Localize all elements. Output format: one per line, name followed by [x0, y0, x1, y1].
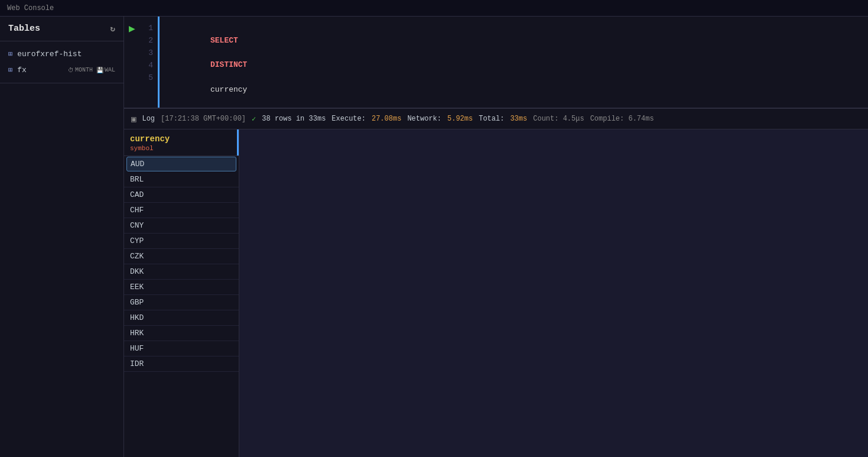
title-bar: Web Console — [0, 0, 868, 17]
list-item[interactable]: CYP — [124, 234, 239, 249]
list-item[interactable]: IDR — [124, 356, 239, 372]
code-line-5 — [164, 72, 863, 85]
table-name-fx: fx — [17, 66, 27, 74]
log-total-val: 33ms — [510, 115, 527, 123]
column-results: currency symbol AUDBRLCADCHFCNYCYPCZKDKK… — [124, 129, 239, 457]
main-layout: Tables ↻ ⊞ eurofxref-hist ⊞ fx ⏱ MONTH — [0, 17, 868, 457]
kw-distinct: DISTINCT — [210, 60, 247, 69]
list-item[interactable]: CHF — [124, 203, 239, 218]
tables-header: Tables ↻ — [0, 17, 123, 41]
log-execute-val: 27.08ms — [372, 115, 401, 123]
table-icon-fx: ⊞ — [8, 66, 12, 74]
code-line-3 — [164, 47, 863, 60]
list-item[interactable]: HKD — [124, 310, 239, 326]
list-item[interactable]: GBP — [124, 295, 239, 310]
run-button-area: ▶ — [124, 17, 140, 108]
list-item[interactable]: CNY — [124, 218, 239, 234]
list-item[interactable]: CZK — [124, 249, 239, 264]
line-num-1: 1 — [145, 22, 153, 35]
refresh-icon[interactable]: ↻ — [110, 24, 115, 34]
table-item-fx[interactable]: ⊞ fx ⏱ MONTH 💾 WAL — [0, 62, 123, 78]
log-rows: 38 rows in 33ms — [262, 115, 326, 123]
log-total-label: Total: — [479, 115, 504, 123]
list-item[interactable]: BRL — [124, 172, 239, 187]
column-header-name: currency — [130, 134, 170, 144]
table-tags-fx: ⏱ MONTH 💾 WAL — [68, 67, 115, 74]
line-num-2: 2 — [145, 35, 153, 47]
line-num-4: 4 — [145, 60, 153, 72]
list-item[interactable]: HRK — [124, 326, 239, 341]
table-icon: ⊞ — [8, 50, 12, 59]
table-item-eurofxref[interactable]: ⊞ eurofxref-hist — [0, 46, 123, 62]
list-item[interactable]: EEK — [124, 280, 239, 295]
list-item[interactable]: CAD — [124, 187, 239, 203]
log-network-label: Network: — [407, 115, 441, 123]
sidebar: Tables ↻ ⊞ eurofxref-hist ⊞ fx ⏱ MONTH — [0, 17, 124, 457]
tag-month: ⏱ MONTH — [68, 67, 93, 74]
results-panel: ▶ 1 2 3 4 5 SELECT DISTINCT currency FRO — [124, 17, 868, 457]
line-num-5: 5 — [145, 72, 153, 85]
col-currency1: currency — [210, 85, 247, 94]
code-line-4 — [164, 60, 863, 72]
tag-wal: 💾 WAL — [96, 67, 115, 74]
code-line-1: SELECT DISTINCT currency FROM fx ORDER B… — [164, 22, 863, 35]
log-bar: ▣ Log [17:21:38 GMT+00:00] ✓ 38 rows in … — [124, 108, 868, 129]
kw-select: SELECT — [210, 36, 238, 45]
list-item[interactable]: DKK — [124, 264, 239, 280]
query-editor: ▶ 1 2 3 4 5 SELECT DISTINCT currency FRO — [124, 17, 868, 108]
log-label: Log — [142, 115, 155, 123]
table-list: ⊞ eurofxref-hist ⊞ fx ⏱ MONTH 💾 WAL — [0, 41, 123, 83]
data-rows-container: AUDBRLCADCHFCNYCYPCZKDKKEEKGBPHKDHRKHUFI… — [124, 157, 239, 372]
line-num-3: 3 — [145, 47, 153, 60]
column-header: currency symbol — [124, 129, 239, 156]
log-network-val: 5.92ms — [447, 115, 473, 123]
column-active-indicator — [237, 129, 239, 155]
log-execute-label: Execute: — [331, 115, 366, 123]
code-area[interactable]: SELECT DISTINCT currency FROM fx ORDER B… — [160, 17, 868, 108]
list-item[interactable]: AUD — [126, 157, 236, 171]
list-item[interactable]: HUF — [124, 341, 239, 356]
empty-main-area — [239, 129, 868, 457]
log-compile: Compile: 6.74ms — [590, 115, 654, 123]
log-icon: ▣ — [131, 114, 136, 124]
data-area: currency symbol AUDBRLCADCHFCNYCYPCZKDKK… — [124, 129, 868, 457]
tables-title: Tables — [8, 24, 40, 34]
log-count: Count: 4.5μs — [533, 115, 584, 123]
log-success-icon: ✓ — [252, 115, 256, 124]
code-line-2 — [164, 35, 863, 47]
run-button[interactable]: ▶ — [128, 22, 136, 34]
column-header-type: symbol — [130, 145, 170, 152]
log-timestamp: [17:21:38 GMT+00:00] — [161, 115, 246, 123]
title-bar-label: Web Console — [7, 4, 54, 12]
line-numbers: 1 2 3 4 5 — [140, 17, 158, 108]
table-name-eurofxref: eurofxref-hist — [17, 50, 82, 59]
